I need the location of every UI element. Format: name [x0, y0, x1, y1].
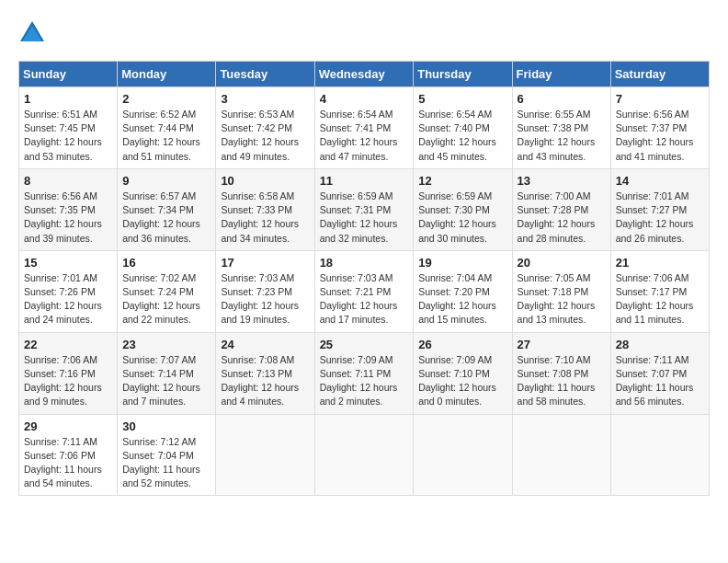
day-info: Sunrise: 7:12 AM Sunset: 7:04 PM Dayligh…: [122, 435, 210, 491]
day-number: 22: [24, 338, 112, 351]
day-number: 3: [221, 92, 309, 106]
day-info: Sunrise: 6:56 AM Sunset: 7:35 PM Dayligh…: [24, 190, 112, 246]
day-number: 26: [418, 338, 506, 351]
calendar-cell: 24Sunrise: 7:08 AM Sunset: 7:13 PM Dayli…: [216, 332, 314, 414]
day-of-week-header: Friday: [512, 62, 610, 87]
day-number: 23: [122, 338, 210, 351]
day-number: 25: [320, 338, 409, 351]
day-number: 1: [24, 92, 112, 106]
day-of-week-header: Saturday: [610, 62, 709, 87]
calendar-cell: 20Sunrise: 7:05 AM Sunset: 7:18 PM Dayli…: [512, 250, 610, 332]
calendar-cell: [314, 414, 414, 496]
day-number: 18: [320, 256, 409, 270]
day-number: 7: [616, 92, 704, 106]
day-number: 5: [418, 92, 506, 106]
calendar-cell: 30Sunrise: 7:12 AM Sunset: 7:04 PM Dayli…: [118, 414, 216, 496]
calendar-table: SundayMondayTuesdayWednesdayThursdayFrid…: [18, 61, 710, 496]
calendar-cell: 21Sunrise: 7:06 AM Sunset: 7:17 PM Dayli…: [610, 250, 709, 332]
calendar-cell: 26Sunrise: 7:09 AM Sunset: 7:10 PM Dayli…: [414, 332, 512, 414]
day-info: Sunrise: 7:08 AM Sunset: 7:13 PM Dayligh…: [221, 353, 309, 409]
calendar-cell: 13Sunrise: 7:00 AM Sunset: 7:28 PM Dayli…: [512, 168, 610, 250]
day-info: Sunrise: 7:11 AM Sunset: 7:06 PM Dayligh…: [24, 435, 112, 491]
day-number: 8: [24, 174, 112, 188]
day-info: Sunrise: 7:07 AM Sunset: 7:14 PM Dayligh…: [122, 353, 210, 409]
day-number: 21: [616, 256, 704, 270]
day-number: 28: [616, 338, 704, 351]
calendar-cell: 8Sunrise: 6:56 AM Sunset: 7:35 PM Daylig…: [19, 168, 118, 250]
calendar-cell: [216, 414, 314, 496]
day-info: Sunrise: 6:59 AM Sunset: 7:31 PM Dayligh…: [320, 190, 409, 246]
calendar-cell: 5Sunrise: 6:54 AM Sunset: 7:40 PM Daylig…: [414, 87, 512, 169]
day-number: 15: [24, 256, 112, 270]
day-number: 14: [616, 174, 704, 188]
calendar-cell: 4Sunrise: 6:54 AM Sunset: 7:41 PM Daylig…: [314, 87, 414, 169]
logo: [18, 18, 50, 46]
day-number: 17: [221, 256, 309, 270]
calendar-cell: 16Sunrise: 7:02 AM Sunset: 7:24 PM Dayli…: [118, 250, 216, 332]
day-number: 19: [418, 256, 506, 270]
calendar-cell: 27Sunrise: 7:10 AM Sunset: 7:08 PM Dayli…: [512, 332, 610, 414]
day-info: Sunrise: 7:05 AM Sunset: 7:18 PM Dayligh…: [518, 271, 606, 327]
day-of-week-header: Wednesday: [314, 62, 414, 87]
page-header: [18, 18, 710, 46]
day-info: Sunrise: 7:01 AM Sunset: 7:27 PM Dayligh…: [616, 190, 704, 246]
day-info: Sunrise: 7:06 AM Sunset: 7:16 PM Dayligh…: [24, 353, 112, 409]
day-number: 27: [518, 338, 606, 351]
calendar-cell: 3Sunrise: 6:53 AM Sunset: 7:42 PM Daylig…: [216, 87, 314, 169]
day-info: Sunrise: 6:59 AM Sunset: 7:30 PM Dayligh…: [418, 190, 506, 246]
day-of-week-header: Monday: [118, 62, 216, 87]
calendar-cell: 28Sunrise: 7:11 AM Sunset: 7:07 PM Dayli…: [610, 332, 709, 414]
calendar-cell: 10Sunrise: 6:58 AM Sunset: 7:33 PM Dayli…: [216, 168, 314, 250]
day-info: Sunrise: 7:09 AM Sunset: 7:11 PM Dayligh…: [320, 353, 409, 409]
day-info: Sunrise: 7:11 AM Sunset: 7:07 PM Dayligh…: [616, 353, 704, 409]
day-info: Sunrise: 6:58 AM Sunset: 7:33 PM Dayligh…: [221, 190, 309, 246]
calendar-cell: 15Sunrise: 7:01 AM Sunset: 7:26 PM Dayli…: [19, 250, 118, 332]
day-number: 13: [518, 174, 606, 188]
calendar-cell: 9Sunrise: 6:57 AM Sunset: 7:34 PM Daylig…: [118, 168, 216, 250]
calendar-cell: 7Sunrise: 6:56 AM Sunset: 7:37 PM Daylig…: [610, 87, 709, 169]
day-number: 24: [221, 338, 309, 351]
calendar-cell: 29Sunrise: 7:11 AM Sunset: 7:06 PM Dayli…: [19, 414, 118, 496]
day-of-week-header: Sunday: [19, 62, 118, 87]
day-info: Sunrise: 7:09 AM Sunset: 7:10 PM Dayligh…: [418, 353, 506, 409]
day-of-week-header: Tuesday: [216, 62, 314, 87]
day-of-week-header: Thursday: [414, 62, 512, 87]
calendar-cell: 23Sunrise: 7:07 AM Sunset: 7:14 PM Dayli…: [118, 332, 216, 414]
day-info: Sunrise: 6:56 AM Sunset: 7:37 PM Dayligh…: [616, 108, 704, 164]
calendar-cell: 2Sunrise: 6:52 AM Sunset: 7:44 PM Daylig…: [118, 87, 216, 169]
calendar-cell: [414, 414, 512, 496]
day-info: Sunrise: 6:54 AM Sunset: 7:40 PM Dayligh…: [418, 108, 506, 164]
day-info: Sunrise: 6:57 AM Sunset: 7:34 PM Dayligh…: [122, 190, 210, 246]
day-info: Sunrise: 7:03 AM Sunset: 7:21 PM Dayligh…: [320, 271, 409, 327]
day-number: 10: [221, 174, 309, 188]
day-info: Sunrise: 7:03 AM Sunset: 7:23 PM Dayligh…: [221, 271, 309, 327]
day-info: Sunrise: 6:54 AM Sunset: 7:41 PM Dayligh…: [320, 108, 409, 164]
day-info: Sunrise: 7:02 AM Sunset: 7:24 PM Dayligh…: [122, 271, 210, 327]
day-info: Sunrise: 6:53 AM Sunset: 7:42 PM Dayligh…: [221, 108, 309, 164]
calendar-cell: [512, 414, 610, 496]
day-number: 30: [122, 419, 210, 433]
calendar-cell: 11Sunrise: 6:59 AM Sunset: 7:31 PM Dayli…: [314, 168, 414, 250]
day-info: Sunrise: 7:10 AM Sunset: 7:08 PM Dayligh…: [518, 353, 606, 409]
day-number: 20: [518, 256, 606, 270]
calendar-cell: 19Sunrise: 7:04 AM Sunset: 7:20 PM Dayli…: [414, 250, 512, 332]
day-number: 16: [122, 256, 210, 270]
day-number: 2: [122, 92, 210, 106]
day-number: 4: [320, 92, 409, 106]
calendar-cell: 14Sunrise: 7:01 AM Sunset: 7:27 PM Dayli…: [610, 168, 709, 250]
day-number: 11: [320, 174, 409, 188]
day-info: Sunrise: 6:51 AM Sunset: 7:45 PM Dayligh…: [24, 108, 112, 164]
day-number: 12: [418, 174, 506, 188]
day-number: 6: [518, 92, 606, 106]
day-number: 9: [122, 174, 210, 188]
calendar-cell: 12Sunrise: 6:59 AM Sunset: 7:30 PM Dayli…: [414, 168, 512, 250]
day-info: Sunrise: 6:52 AM Sunset: 7:44 PM Dayligh…: [122, 108, 210, 164]
calendar-cell: 6Sunrise: 6:55 AM Sunset: 7:38 PM Daylig…: [512, 87, 610, 169]
logo-icon: [18, 18, 46, 46]
day-number: 29: [24, 419, 112, 433]
calendar-cell: 22Sunrise: 7:06 AM Sunset: 7:16 PM Dayli…: [19, 332, 118, 414]
calendar-cell: 17Sunrise: 7:03 AM Sunset: 7:23 PM Dayli…: [216, 250, 314, 332]
day-info: Sunrise: 7:00 AM Sunset: 7:28 PM Dayligh…: [518, 190, 606, 246]
day-info: Sunrise: 7:01 AM Sunset: 7:26 PM Dayligh…: [24, 271, 112, 327]
calendar-cell: 25Sunrise: 7:09 AM Sunset: 7:11 PM Dayli…: [314, 332, 414, 414]
